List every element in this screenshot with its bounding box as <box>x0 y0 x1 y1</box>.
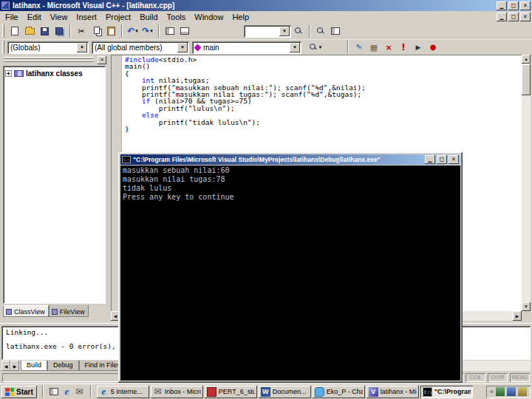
code-line: main() <box>125 63 366 69</box>
tray-icon[interactable] <box>496 387 505 396</box>
taskbar-button[interactable]: C:\"C:\Program... <box>420 386 473 398</box>
menu-help[interactable]: Help <box>228 12 253 22</box>
execute-button[interactable]: ! <box>396 41 411 54</box>
find-in-files-button[interactable] <box>313 24 328 38</box>
menu-items: FileEditViewInsertProjectBuildToolsWindo… <box>1 12 253 22</box>
workspace-toggle-button[interactable] <box>163 24 177 38</box>
menu-window[interactable]: Window <box>190 12 228 22</box>
member-combo[interactable]: main ▼ <box>192 41 301 54</box>
breakpoint-button[interactable]: ● <box>426 41 440 54</box>
workspace-tab-fileview[interactable]: FileView <box>49 305 89 317</box>
scroll-right-icon[interactable]: ▶ <box>513 311 522 321</box>
undo-button[interactable]: ↶▼ <box>126 24 140 38</box>
maximize-button[interactable]: □ <box>508 1 519 10</box>
mdi-close-button[interactable]: × <box>520 13 531 21</box>
find-combo-dropdown-icon[interactable]: ▼ <box>279 27 290 36</box>
show-desktop-icon[interactable] <box>49 386 60 398</box>
breakpoint-icon: ● <box>430 44 437 51</box>
quick-launch-bar: e ✉ <box>49 386 85 398</box>
code-area[interactable]: #include<stdio.h>main(){ int nilai,tugas… <box>125 56 366 132</box>
menu-file[interactable]: File <box>1 12 23 22</box>
go-button[interactable]: ▶ <box>411 41 426 54</box>
tab-icon <box>52 309 58 315</box>
cut-button[interactable]: ✂ <box>74 24 89 38</box>
toolbar-grip[interactable] <box>2 41 4 54</box>
editor-vertical-scrollbar[interactable]: ▲ ▼ <box>522 55 531 311</box>
wizardbar-actions-button[interactable]: ▼ <box>304 41 327 54</box>
tab-scroll-left-icon[interactable]: ◀ <box>1 361 10 371</box>
start-button[interactable]: Start <box>1 386 37 398</box>
console-window[interactable]: C:\ "C:\Program Files\Microsoft Visual S… <box>118 152 463 383</box>
compile-button[interactable]: ✎ <box>352 41 366 54</box>
mdi-restore-button[interactable]: □ <box>508 13 519 21</box>
taskbar-button[interactable]: e5 Interne... <box>97 386 149 398</box>
taskbar-button[interactable]: Eko_P - Chat <box>313 386 365 398</box>
tray-chevron-icon[interactable]: « <box>490 388 494 395</box>
console-lines: masukkan sebuah nilai:60masukkan nilai t… <box>123 166 458 202</box>
copy-button[interactable] <box>89 24 103 38</box>
console-minimize-button[interactable]: ▁ <box>425 155 435 164</box>
open-file-button[interactable] <box>22 24 37 38</box>
find-combo[interactable]: ▼ <box>244 25 291 38</box>
bookmark-button[interactable] <box>328 24 343 38</box>
find-button[interactable] <box>291 24 306 38</box>
mdi-minimize-button[interactable]: ▁ <box>497 13 507 21</box>
output-tab-build[interactable]: Build <box>21 361 47 371</box>
menu-view[interactable]: View <box>46 12 72 22</box>
filter-combo[interactable]: (All global members) ▼ <box>92 41 189 54</box>
save-button[interactable] <box>37 24 52 38</box>
menu-tools[interactable]: Tools <box>163 12 191 22</box>
console-output[interactable]: masukkan sebuah nilai:60masukkan nilai t… <box>120 166 460 381</box>
save-all-button[interactable] <box>52 24 66 38</box>
minimize-button[interactable]: ▁ <box>497 1 507 10</box>
build-button[interactable]: ▦ <box>366 41 381 54</box>
code-segment: printf("tidak lulus\n"); <box>125 118 260 126</box>
mail-icon: ✉ <box>153 387 163 397</box>
taskbar-button[interactable]: WDocumen... - M... <box>259 386 311 398</box>
output-toggle-button[interactable] <box>177 24 192 38</box>
console-maximize-button[interactable]: □ <box>437 155 447 164</box>
new-file-icon <box>11 27 18 35</box>
menu-insert[interactable]: Insert <box>72 12 101 22</box>
taskbar-button[interactable]: Vlatihanx - Micro... <box>366 386 419 398</box>
console-title-bar[interactable]: C:\ "C:\Program Files\Microsoft Visual S… <box>120 154 460 165</box>
taskbar-button-label: Documen... - M... <box>273 388 309 395</box>
menu-project[interactable]: Project <box>101 12 135 22</box>
member-combo-dropdown-icon[interactable]: ▼ <box>290 43 300 52</box>
filter-combo-dropdown-icon[interactable]: ▼ <box>177 43 188 52</box>
output-tabs: BuildDebugFind in Files 1 <box>21 361 132 371</box>
vertical-scroll-thumb[interactable] <box>522 64 531 95</box>
paste-button[interactable] <box>103 24 118 38</box>
tab-scroll-right-icon[interactable]: ▶ <box>10 361 19 371</box>
tray-icon[interactable] <box>518 387 527 396</box>
toolbar-grip[interactable] <box>2 24 4 38</box>
open-folder-icon <box>25 28 35 35</box>
title-bar: latihanx - Microsoft Visual C++ - [latih… <box>0 0 532 11</box>
taskbar-button[interactable]: PERT_6_stud... <box>205 386 257 398</box>
internet-explorer-icon[interactable]: e <box>61 386 72 398</box>
task-buttons: e5 Interne...✉Inbox - Micro...PERT_6_stu… <box>97 386 473 398</box>
new-file-button[interactable] <box>7 24 22 38</box>
menu-build[interactable]: Build <box>135 12 162 22</box>
scroll-down-icon[interactable]: ▼ <box>522 302 531 311</box>
workspace-tab-classview[interactable]: ClassView <box>3 305 49 317</box>
redo-button[interactable]: ↷▼ <box>140 24 155 38</box>
code-line: } <box>125 126 366 132</box>
expand-plus-icon[interactable]: + <box>5 70 12 77</box>
find-combo-input[interactable] <box>247 25 279 38</box>
taskbar-button[interactable]: ✉Inbox - Micro... <box>151 386 203 398</box>
tray-icon[interactable] <box>507 387 516 396</box>
outlook-mail-icon[interactable]: ✉ <box>74 386 85 398</box>
close-button[interactable]: × <box>520 1 531 10</box>
class-combo[interactable]: (Globals) ▼ <box>7 41 89 54</box>
stop-build-button[interactable]: × <box>381 41 396 54</box>
workspace-close-button[interactable]: × <box>98 56 106 64</box>
tree-root-node[interactable]: + latihanx classes <box>5 69 103 78</box>
console-close-button[interactable]: × <box>449 155 459 164</box>
workspace-header[interactable]: × <box>3 56 106 65</box>
menu-edit[interactable]: Edit <box>23 12 46 22</box>
output-tab-debug[interactable]: Debug <box>47 361 79 371</box>
workspace-panel: × + latihanx classes ClassViewFileView <box>1 56 108 319</box>
class-combo-dropdown-icon[interactable]: ▼ <box>77 43 87 52</box>
scroll-up-icon[interactable]: ▲ <box>522 55 531 64</box>
